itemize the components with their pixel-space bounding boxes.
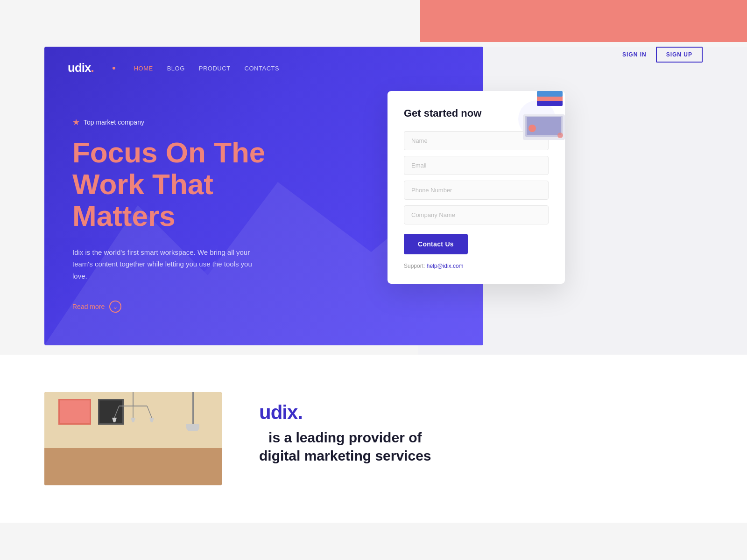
navbar-right: SIGN IN SIGN UP — [622, 47, 703, 63]
nav-item-product[interactable]: PRODUCT — [199, 64, 231, 72]
svg-line-12 — [114, 406, 119, 418]
bottom-tagline-line2: digital marketing services — [259, 448, 431, 463]
room-frame1 — [58, 399, 91, 425]
contact-us-button[interactable]: Contact Us — [404, 234, 468, 254]
svg-line-14 — [147, 406, 152, 418]
room-floor — [44, 448, 222, 485]
nav-item-contacts[interactable]: CONTACTS — [245, 64, 280, 72]
svg-marker-16 — [131, 418, 135, 422]
hero-title-line2: Work That — [72, 168, 213, 200]
svg-marker-15 — [112, 418, 117, 422]
hero-title-line1: Focus On The — [72, 136, 265, 168]
hero-title-line3: Matters — [72, 200, 176, 232]
star-icon: ★ — [72, 117, 80, 127]
svg-point-9 — [557, 133, 563, 138]
phone-input[interactable] — [404, 181, 549, 200]
logo-text: udix — [68, 61, 91, 75]
room-lamp — [192, 392, 194, 425]
svg-marker-17 — [149, 418, 154, 422]
svg-point-8 — [529, 125, 536, 132]
bottom-tagline: is a leading provider of digital marketi… — [259, 428, 431, 465]
hero-badge-text: Top market company — [84, 119, 144, 126]
room-lamp-shade — [186, 424, 199, 431]
nav-item-home[interactable]: HOME — [134, 64, 153, 72]
bottom-logo: udix. — [259, 401, 303, 424]
nav-item-blog[interactable]: BLOG — [167, 64, 185, 72]
nav-link-blog[interactable]: BLOG — [167, 65, 185, 72]
logo-dot: . — [91, 61, 93, 75]
read-more-icon: ⌄ — [109, 301, 121, 313]
signin-button[interactable]: SIGN IN — [622, 51, 647, 58]
read-more-label: Read more — [72, 303, 105, 310]
nav-link-product[interactable]: PRODUCT — [199, 65, 231, 72]
support-prefix: Support: — [404, 263, 427, 269]
bottom-tagline-line1: is a leading provider of — [268, 430, 422, 445]
bottom-section: udix. is a leading provider of digital m… — [0, 355, 747, 523]
bottom-logo-dot: . — [297, 401, 303, 423]
support-email-link[interactable]: help@idix.com — [427, 263, 464, 269]
nav-left: udix. HOME BLOG PRODUCT CONTACTS — [68, 61, 279, 75]
email-input[interactable] — [404, 156, 549, 175]
svg-rect-7 — [537, 91, 563, 97]
navbar: udix. HOME BLOG PRODUCT CONTACTS — [44, 47, 483, 89]
bottom-logo-text: udix — [259, 401, 297, 423]
top-pink-decoration — [420, 0, 747, 42]
laptop-illustration — [514, 86, 574, 142]
get-started-card: Get started now Contact Us Support: help… — [388, 91, 565, 284]
nav-link-contacts[interactable]: CONTACTS — [245, 65, 280, 72]
support-line: Support: help@idix.com — [404, 261, 549, 270]
room-scene — [44, 392, 222, 485]
signup-button[interactable]: SIGN UP — [656, 47, 703, 63]
nav-links: HOME BLOG PRODUCT CONTACTS — [134, 64, 279, 72]
chandelier-icon — [105, 392, 161, 429]
bottom-text-block: udix. is a leading provider of digital m… — [259, 392, 703, 465]
read-more-link[interactable]: Read more ⌄ — [72, 301, 455, 313]
page-wrapper: udix. HOME BLOG PRODUCT CONTACTS ★ Top m… — [0, 0, 747, 560]
hero-description: Idix is the world's first smart workspac… — [72, 246, 268, 282]
nav-link-home[interactable]: HOME — [134, 65, 153, 72]
logo: udix. — [68, 61, 94, 75]
company-input[interactable] — [404, 205, 549, 224]
nav-dot-separator — [113, 67, 115, 70]
room-image — [44, 392, 222, 485]
